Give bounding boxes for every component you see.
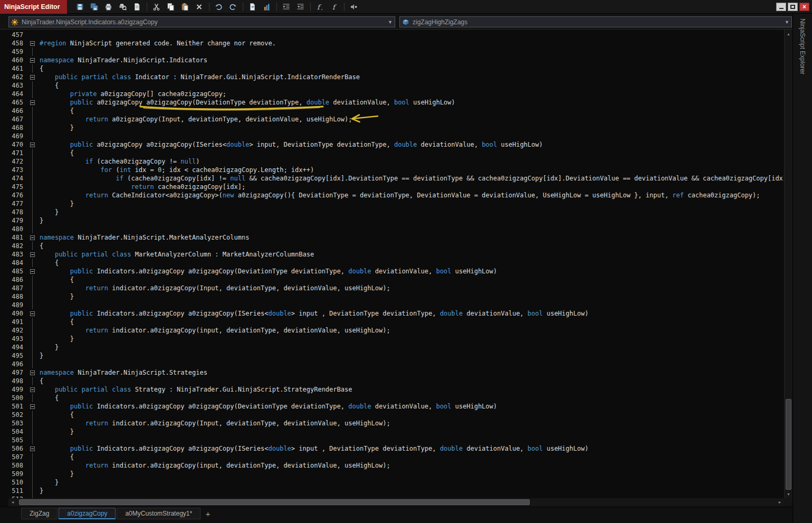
- code-text[interactable]: }: [38, 427, 784, 436]
- code-text[interactable]: public a0zigzagCopy a0zigzagCopy(ISeries…: [38, 140, 784, 149]
- collapse-box-icon[interactable]: [30, 387, 35, 392]
- code-text[interactable]: }: [38, 208, 784, 216]
- code-line-484[interactable]: 484 {: [0, 259, 784, 267]
- code-line-486[interactable]: 486 {: [0, 275, 784, 284]
- vertical-scrollbar[interactable]: ▲ ▼: [784, 30, 792, 498]
- undo-button[interactable]: [212, 1, 226, 13]
- code-line-503[interactable]: 503 return indicator.a0zigzagCopy(Input,…: [0, 419, 784, 427]
- code-text[interactable]: {: [38, 453, 784, 461]
- code-line-462[interactable]: 462 public partial class Indicator : Nin…: [0, 73, 784, 81]
- code-text[interactable]: namespace NinjaTrader.NinjaScript.Indica…: [38, 56, 784, 64]
- code-text[interactable]: {: [38, 81, 784, 90]
- code-text[interactable]: namespace NinjaTrader.NinjaScript.Strate…: [38, 368, 784, 377]
- collapse-box-icon[interactable]: [30, 446, 35, 451]
- code-text[interactable]: return indicator.a0zigzagCopy(input, dev…: [38, 326, 784, 335]
- code-text[interactable]: public Indicators.a0zigzagCopy a0zigzagC…: [38, 402, 784, 411]
- code-line-485[interactable]: 485 public Indicators.a0zigzagCopy a0zig…: [0, 267, 784, 275]
- fold-toggle[interactable]: [26, 73, 38, 81]
- code-text[interactable]: private a0zigzagCopy[] cachea0zigzagCopy…: [38, 90, 784, 98]
- code-text[interactable]: {: [38, 318, 784, 326]
- indent-button[interactable]: [294, 1, 308, 13]
- code-text[interactable]: {: [38, 275, 784, 284]
- scroll-right-arrow[interactable]: ►: [776, 498, 784, 506]
- code-text[interactable]: return indicator.a0zigzagCopy(input, dev…: [38, 461, 784, 470]
- code-text[interactable]: }: [38, 292, 784, 301]
- print-preview-button[interactable]: [116, 1, 130, 13]
- code-text[interactable]: return a0zigzagCopy(Input, deviationType…: [38, 115, 784, 123]
- delete-button[interactable]: [193, 1, 206, 13]
- code-line-508[interactable]: 508 return indicator.a0zigzagCopy(input,…: [0, 461, 784, 470]
- unindent-button[interactable]: [280, 1, 293, 13]
- code-line-466[interactable]: 466 {: [0, 107, 784, 115]
- code-text[interactable]: {: [38, 64, 784, 73]
- print-button[interactable]: [102, 1, 116, 13]
- code-line-480[interactable]: 480: [0, 225, 784, 233]
- compile-script-button[interactable]: [246, 1, 260, 13]
- code-text[interactable]: [38, 360, 784, 368]
- fold-toggle[interactable]: [26, 402, 38, 411]
- code-text[interactable]: {: [38, 242, 784, 250]
- scroll-down-arrow[interactable]: ▼: [785, 490, 792, 498]
- code-text[interactable]: {: [38, 149, 784, 157]
- code-line-470[interactable]: 470 public a0zigzagCopy a0zigzagCopy(ISe…: [0, 140, 784, 149]
- code-text[interactable]: }: [38, 351, 784, 360]
- code-line-468[interactable]: 468 }: [0, 123, 784, 132]
- add-tab-button[interactable]: +: [202, 508, 214, 519]
- collapse-box-icon[interactable]: [30, 100, 35, 105]
- code-line-475[interactable]: 475 return cachea0zigzagCopy[idx];: [0, 183, 784, 191]
- code-line-491[interactable]: 491 {: [0, 318, 784, 326]
- collapse-box-icon[interactable]: [30, 404, 35, 409]
- minimize-button[interactable]: [776, 3, 786, 11]
- code-text[interactable]: return cachea0zigzagCopy[idx];: [38, 183, 784, 191]
- code-line-483[interactable]: 483 public partial class MarketAnalyzerC…: [0, 250, 784, 259]
- code-text[interactable]: }: [38, 335, 784, 343]
- code-text[interactable]: {: [38, 107, 784, 115]
- fold-toggle[interactable]: [26, 140, 38, 149]
- code-line-461[interactable]: 461{: [0, 64, 784, 73]
- code-line-489[interactable]: 489: [0, 301, 784, 309]
- code-line-481[interactable]: 481namespace NinjaTrader.NinjaScript.Mar…: [0, 233, 784, 242]
- code-line-479[interactable]: 479}: [0, 216, 784, 225]
- horizontal-scroll-thumb[interactable]: [19, 499, 530, 505]
- fold-toggle[interactable]: [26, 39, 38, 47]
- code-text[interactable]: return indicator.a0zigzagCopy(Input, dev…: [38, 419, 784, 427]
- code-text[interactable]: }: [38, 199, 784, 208]
- compile-button[interactable]: [260, 1, 274, 13]
- code-line-505[interactable]: 505: [0, 436, 784, 444]
- code-line-477[interactable]: 477 }: [0, 199, 784, 208]
- code-line-460[interactable]: 460namespace NinjaTrader.NinjaScript.Ind…: [0, 56, 784, 64]
- code-text[interactable]: [38, 436, 784, 444]
- code-text[interactable]: [38, 47, 784, 56]
- type-dropdown[interactable]: NinjaTrader.NinjaScript.Indicators.a0zig…: [8, 16, 395, 27]
- fold-toggle[interactable]: [26, 444, 38, 453]
- code-line-467[interactable]: 467 return a0zigzagCopy(Input, deviation…: [0, 115, 784, 123]
- code-text[interactable]: {: [38, 411, 784, 419]
- code-line-497[interactable]: 497namespace NinjaTrader.NinjaScript.Str…: [0, 368, 784, 377]
- code-text[interactable]: #region NinjaScript generated code. Neit…: [38, 39, 784, 47]
- code-text[interactable]: }: [38, 343, 784, 351]
- code-line-459[interactable]: 459: [0, 47, 784, 56]
- maximize-button[interactable]: [788, 3, 798, 11]
- code-text[interactable]: if (cachea0zigzagCopy[idx] != null && ca…: [38, 174, 784, 183]
- code-text[interactable]: if (cachea0zigzagCopy != null): [38, 157, 784, 166]
- collapse-box-icon[interactable]: [30, 58, 35, 63]
- code-line-473[interactable]: 473 for (int idx = 0; idx < cachea0zigza…: [0, 166, 784, 174]
- code-text[interactable]: }: [38, 470, 784, 478]
- mute-notifications-button[interactable]: [347, 1, 361, 13]
- vertical-scroll-thumb[interactable]: [786, 399, 791, 490]
- chevron-down-icon[interactable]: ▼: [781, 20, 789, 25]
- code-line-506[interactable]: 506 public Indicators.a0zigzagCopy a0zig…: [0, 444, 784, 453]
- code-line-502[interactable]: 502 {: [0, 411, 784, 419]
- horizontal-scrollbar[interactable]: ◄ ►: [8, 498, 784, 507]
- code-line-496[interactable]: 496: [0, 360, 784, 368]
- code-text[interactable]: public Indicators.a0zigzagCopy a0zigzagC…: [38, 309, 784, 318]
- page-setup-button[interactable]: [130, 1, 144, 13]
- code-text[interactable]: [38, 301, 784, 309]
- close-button[interactable]: ×: [799, 3, 809, 11]
- code-text[interactable]: public partial class Indicator : NinjaTr…: [38, 73, 784, 81]
- paste-button[interactable]: [178, 1, 192, 13]
- collapse-box-icon[interactable]: [30, 235, 35, 240]
- collapse-box-icon[interactable]: [30, 252, 35, 257]
- fold-toggle[interactable]: [26, 385, 38, 394]
- scroll-up-arrow[interactable]: ▲: [785, 30, 792, 38]
